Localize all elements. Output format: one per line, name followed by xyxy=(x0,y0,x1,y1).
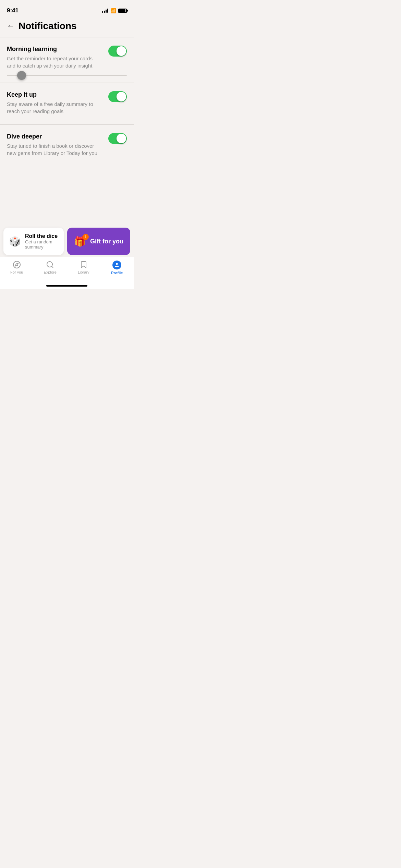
gift-label: Gift for you xyxy=(90,238,123,245)
svg-point-4 xyxy=(116,263,118,265)
status-bar: 9:41 📶 xyxy=(0,0,134,16)
nav-profile[interactable]: Profile xyxy=(100,261,134,275)
nav-for-you-label: For you xyxy=(10,270,23,274)
keep-it-up-title: Keep it up xyxy=(7,91,101,98)
profile-avatar-icon xyxy=(112,261,121,269)
gift-icon-wrapper: 🎁 1 xyxy=(74,236,86,247)
roll-dice-title: Roll the dice xyxy=(25,233,58,239)
compass-icon xyxy=(13,261,21,269)
notification-keep-it-up: Keep it up Stay aware of a free daily su… xyxy=(0,83,134,115)
gift-card[interactable]: 🎁 1 Gift for you xyxy=(67,228,130,255)
morning-learning-slider-thumb[interactable] xyxy=(17,71,26,80)
keep-it-up-toggle[interactable] xyxy=(108,91,127,102)
morning-learning-title: Morning learning xyxy=(7,46,101,53)
dive-deeper-desc: Stay tuned to finish a book or discover … xyxy=(7,142,101,157)
nav-profile-label: Profile xyxy=(111,271,123,275)
content-area: Morning learning Get the reminder to rep… xyxy=(0,37,134,157)
dive-deeper-toggle[interactable] xyxy=(108,133,127,144)
roll-dice-card[interactable]: 🎲 Roll the dice Get a random summary xyxy=(3,228,64,255)
svg-marker-1 xyxy=(15,263,18,266)
nav-library-label: Library xyxy=(78,270,89,274)
keep-it-up-desc: Stay aware of a free daily summary to re… xyxy=(7,100,101,115)
notification-morning-learning: Morning learning Get the reminder to rep… xyxy=(0,37,134,69)
svg-point-2 xyxy=(47,262,52,267)
back-button[interactable]: ← xyxy=(7,22,14,31)
notification-dive-deeper: Dive deeper Stay tuned to finish a book … xyxy=(0,125,134,157)
nav-explore-label: Explore xyxy=(44,270,57,274)
nav-library[interactable]: Library xyxy=(67,261,100,274)
bottom-nav: For you Explore Library Profile xyxy=(0,257,134,289)
bookmark-icon xyxy=(80,261,88,269)
svg-point-0 xyxy=(13,261,20,268)
svg-line-3 xyxy=(52,266,53,268)
signal-icon xyxy=(102,9,108,13)
roll-dice-subtitle: Get a random summary xyxy=(25,239,58,250)
morning-learning-desc: Get the reminder to repeat your cards an… xyxy=(7,55,101,69)
morning-learning-slider-container xyxy=(0,69,134,83)
gift-badge: 1 xyxy=(83,234,89,240)
nav-for-you[interactable]: For you xyxy=(0,261,34,274)
nav-explore[interactable]: Explore xyxy=(34,261,67,274)
bottom-cards: 🎲 Roll the dice Get a random summary 🎁 1… xyxy=(0,228,134,255)
dive-deeper-title: Dive deeper xyxy=(7,133,101,140)
home-indicator xyxy=(46,285,87,287)
status-icons: 📶 xyxy=(102,8,127,13)
dice-icon: 🎲 xyxy=(9,236,21,247)
status-time: 9:41 xyxy=(7,7,19,14)
morning-learning-toggle[interactable] xyxy=(108,46,127,57)
page-title: Notifications xyxy=(19,21,77,32)
morning-learning-slider-track xyxy=(7,75,127,76)
battery-icon xyxy=(118,9,127,13)
search-icon xyxy=(46,261,54,269)
header: ← Notifications xyxy=(0,16,134,37)
wifi-icon: 📶 xyxy=(110,8,116,13)
